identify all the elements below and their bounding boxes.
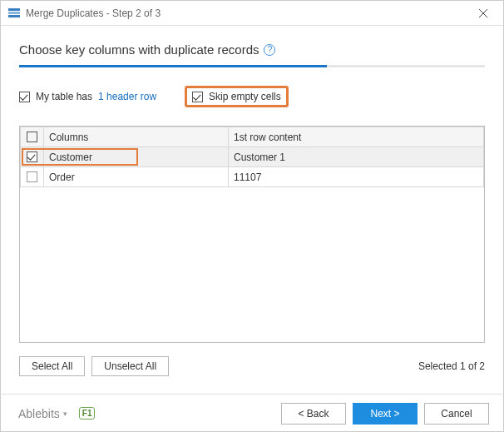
- option-has-header-prefix: My table has: [36, 91, 92, 102]
- row-check-cell[interactable]: [21, 147, 44, 167]
- table-empty-area: [20, 187, 484, 342]
- footer-bar: Ablebits ▾ F1 < Back Next > Cancel: [0, 394, 504, 432]
- header-select-all-cell[interactable]: [21, 127, 44, 147]
- selection-status: Selected 1 of 2: [418, 360, 485, 372]
- row-checkbox-icon: [27, 171, 37, 182]
- row-column-name: Order: [49, 171, 75, 183]
- row-first-content: Customer 1: [234, 151, 285, 163]
- cancel-button[interactable]: Cancel: [424, 403, 489, 425]
- back-button[interactable]: < Back: [281, 403, 346, 425]
- close-button[interactable]: [467, 2, 500, 25]
- chevron-down-icon: ▾: [63, 410, 67, 418]
- option-has-header-row[interactable]: My table has 1 header row: [19, 91, 156, 102]
- help-f1-badge[interactable]: F1: [79, 407, 96, 420]
- checkbox-icon: [19, 92, 30, 102]
- row-checkbox-icon: [27, 151, 37, 162]
- heading-text: Choose key columns with duplicate record…: [19, 42, 259, 57]
- step-progress-fill: [19, 65, 327, 67]
- columns-table: Columns 1st row content: [19, 126, 485, 343]
- header-columns-label: Columns: [49, 132, 88, 143]
- app-merge-icon: [7, 7, 21, 20]
- table-row[interactable]: Order 11107: [21, 167, 484, 187]
- next-button[interactable]: Next >: [353, 403, 418, 425]
- close-icon: [479, 9, 487, 17]
- page-heading: Choose key columns with duplicate record…: [19, 42, 485, 57]
- select-all-button[interactable]: Select All: [19, 356, 85, 376]
- window-title: Merge Duplicates - Step 2 of 3: [26, 7, 467, 19]
- step-progress: [19, 65, 485, 67]
- checkbox-icon: [192, 92, 203, 102]
- content-area: Choose key columns with duplicate record…: [1, 26, 503, 376]
- select-all-checkbox-icon: [27, 132, 37, 142]
- highlight-skip-empty: Skip empty cells: [185, 86, 289, 107]
- option-skip-empty-label: Skip empty cells: [209, 91, 281, 102]
- unselect-all-button[interactable]: Unselect All: [91, 356, 169, 376]
- brand-menu[interactable]: Ablebits ▾: [18, 407, 67, 420]
- brand-label: Ablebits: [18, 407, 60, 420]
- row-first-content: 11107: [234, 171, 261, 183]
- selection-actions: Select All Unselect All Selected 1 of 2: [19, 343, 485, 376]
- row-column-name: Customer: [49, 151, 92, 163]
- options-row: My table has 1 header row Skip empty cel…: [19, 86, 485, 107]
- option-skip-empty[interactable]: Skip empty cells: [192, 91, 281, 102]
- row-check-cell[interactable]: [21, 167, 44, 187]
- header-row-link[interactable]: 1 header row: [98, 91, 156, 102]
- table-header-row: Columns 1st row content: [21, 127, 484, 147]
- help-icon[interactable]: ?: [264, 44, 275, 56]
- table-row[interactable]: Customer Customer 1: [21, 147, 484, 167]
- svg-rect-1: [8, 12, 20, 14]
- svg-rect-0: [8, 8, 20, 11]
- header-firstrow-label: 1st row content: [234, 132, 301, 143]
- svg-rect-2: [8, 15, 20, 17]
- wizard-nav: < Back Next > Cancel: [281, 403, 489, 425]
- titlebar: Merge Duplicates - Step 2 of 3: [1, 1, 503, 26]
